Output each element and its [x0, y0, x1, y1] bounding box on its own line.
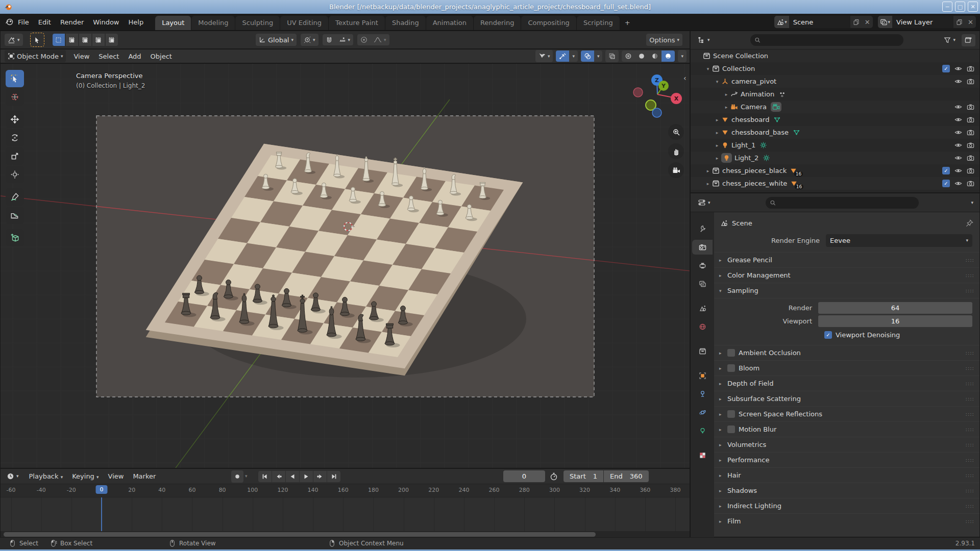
properties-tab-object-data[interactable]: [692, 423, 713, 438]
disable-render-toggle[interactable]: [967, 78, 974, 85]
active-tool-select-box[interactable]: [30, 33, 44, 47]
disable-render-toggle[interactable]: [967, 167, 974, 174]
panel-film[interactable]: ▸ Film ::::: [714, 513, 979, 529]
overlays-settings-dropdown[interactable]: ▾: [594, 51, 603, 62]
jump-prev-keyframe-button[interactable]: [272, 471, 285, 482]
properties-tab-constraints[interactable]: [692, 387, 713, 402]
properties-tab-object[interactable]: [692, 368, 713, 383]
workspace-tab-layout[interactable]: Layout: [155, 16, 191, 30]
outliner-row-label[interactable]: Camera: [741, 103, 767, 111]
tool-select-box[interactable]: [6, 70, 24, 87]
blender-menu-icon[interactable]: [5, 18, 13, 26]
outliner-row-chess_pieces_black[interactable]: ▸chess_pieces_black16 ✓: [691, 164, 979, 177]
outliner-row-collection[interactable]: ▾Collection ✓: [691, 62, 979, 75]
select-mode-invert[interactable]: [92, 34, 105, 46]
pivot-point-dropdown[interactable]: ▾: [301, 34, 318, 46]
outliner-row-label[interactable]: Collection: [722, 65, 755, 72]
properties-tab-collection[interactable]: [692, 344, 713, 359]
tool-move[interactable]: [6, 111, 24, 128]
panel-enable-checkbox[interactable]: [727, 349, 735, 357]
outliner-row-label[interactable]: Scene Collection: [713, 52, 768, 60]
xray-toggle[interactable]: [605, 50, 619, 62]
frame-start-field[interactable]: Start1: [564, 470, 603, 482]
properties-tab-view-layer[interactable]: [692, 277, 713, 291]
panel-enable-checkbox[interactable]: [727, 364, 735, 372]
outliner-row-light_2[interactable]: ▸Light_2: [691, 152, 979, 164]
snap-settings-dropdown[interactable]: ▾: [336, 34, 354, 45]
outliner-row-label[interactable]: chessboard: [731, 116, 769, 123]
panel-indirect-lighting[interactable]: ▸ Indirect Lighting ::::: [714, 498, 979, 513]
properties-tab-texture[interactable]: [692, 448, 713, 463]
outliner-search-input[interactable]: [764, 36, 899, 44]
workspace-tab-compositing[interactable]: Compositing: [521, 16, 577, 30]
properties-tab-tool[interactable]: [692, 221, 713, 236]
collection-checkbox[interactable]: ✓: [942, 167, 950, 174]
shading-settings-dropdown[interactable]: ▾: [678, 50, 687, 62]
timeline-menu-view[interactable]: View: [104, 471, 128, 482]
select-mode-subtract[interactable]: [79, 34, 91, 46]
tool-transform[interactable]: [6, 166, 24, 183]
transform-orientation-dropdown[interactable]: Global ▾: [256, 34, 297, 46]
outliner-row-animation[interactable]: ▸Animation: [691, 88, 979, 101]
workspace-tab-sculpting[interactable]: Sculpting: [235, 16, 280, 30]
scrollbar-thumb[interactable]: [4, 532, 596, 537]
panel-enable-checkbox[interactable]: [727, 410, 735, 418]
viewport-menu-select[interactable]: Select: [94, 51, 124, 62]
properties-tab-output[interactable]: [692, 258, 713, 273]
hide-viewport-toggle[interactable]: [954, 129, 962, 136]
disable-render-toggle[interactable]: [967, 154, 974, 162]
expand-closed-icon[interactable]: ▸: [722, 105, 730, 110]
expand-closed-icon[interactable]: ▸: [722, 92, 730, 97]
expand-closed-icon[interactable]: ▸: [704, 181, 712, 186]
panel-enable-checkbox[interactable]: [727, 425, 735, 433]
hide-viewport-toggle[interactable]: [954, 116, 962, 123]
frame-end-field[interactable]: End360: [604, 470, 649, 482]
timeline-menu-keying[interactable]: Keying ▾: [68, 471, 103, 482]
expand-open-icon[interactable]: ▾: [713, 79, 721, 84]
outliner-row-label[interactable]: chess_pieces_black: [722, 167, 787, 174]
tool-measure[interactable]: [6, 207, 24, 224]
close-button[interactable]: ✕: [968, 2, 978, 12]
pan-button[interactable]: [668, 143, 684, 159]
properties-tab-render[interactable]: [692, 240, 713, 255]
expand-closed-icon[interactable]: ▸: [704, 168, 712, 173]
copy-icon[interactable]: [850, 16, 862, 28]
outliner-row-scene-collection[interactable]: Scene Collection: [691, 49, 979, 62]
outliner-row-chess_pieces_white[interactable]: ▸chess_pieces_white16 ✓: [691, 177, 979, 190]
expand-closed-icon[interactable]: ▸: [713, 130, 721, 135]
jump-to-end-button[interactable]: [327, 471, 340, 482]
expand-closed-icon[interactable]: ▸: [713, 156, 721, 161]
selectability-dropdown[interactable]: ▾: [535, 50, 553, 62]
jump-next-keyframe-button[interactable]: [313, 471, 327, 482]
show-gizmo-toggle[interactable]: [556, 51, 569, 62]
mode-dropdown[interactable]: Object Mode▾: [5, 50, 66, 62]
tool-add-cube[interactable]: [6, 229, 24, 246]
scene-selector[interactable]: ▾ Scene ✕: [774, 16, 872, 28]
sampling-viewport-value[interactable]: 16: [818, 315, 972, 327]
zoom-button[interactable]: [668, 124, 684, 140]
workspace-tab-modeling[interactable]: Modeling: [191, 16, 235, 30]
outliner-row-chessboard[interactable]: ▸chessboard: [691, 113, 979, 126]
proportional-editing-toggle[interactable]: [357, 34, 371, 45]
viewport-menu-object[interactable]: Object: [146, 51, 177, 62]
sidebar-collapse-icon[interactable]: ‹: [683, 74, 687, 82]
jump-to-start-button[interactable]: [258, 471, 272, 482]
outliner-row-camera[interactable]: ▸Camera: [691, 101, 979, 113]
unlink-icon[interactable]: ✕: [862, 16, 873, 28]
remove-icon[interactable]: ✕: [965, 16, 976, 28]
hide-viewport-toggle[interactable]: [954, 167, 962, 174]
outliner-row-light_1[interactable]: ▸Light_1: [691, 139, 979, 152]
tool-cursor[interactable]: [6, 88, 24, 106]
shading-rendered-button[interactable]: [662, 51, 675, 62]
maximize-button[interactable]: ▢: [955, 2, 965, 12]
use-preview-range-toggle[interactable]: [550, 472, 558, 481]
timeline-ruler[interactable]: -60-40-200204060801001201401601802002202…: [1, 484, 690, 497]
workspace-tab-rendering[interactable]: Rendering: [474, 16, 521, 30]
outliner-row-label[interactable]: chess_pieces_white: [722, 180, 787, 187]
viewport-scene-canvas[interactable]: [1, 64, 690, 468]
render-engine-dropdown[interactable]: Eevee▾: [826, 234, 972, 247]
select-mode-set[interactable]: [53, 34, 65, 46]
menu-window[interactable]: Window: [88, 16, 124, 28]
viewport-3d[interactable]: Camera Perspective (0) Collection | Ligh…: [0, 63, 690, 468]
panel-shadows[interactable]: ▸ Shadows ::::: [714, 483, 979, 498]
